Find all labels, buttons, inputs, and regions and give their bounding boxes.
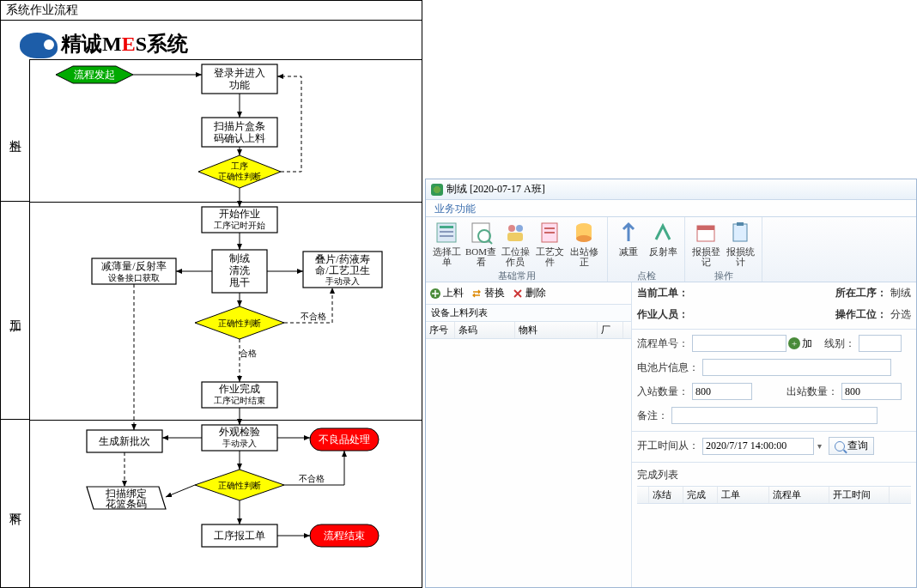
svg-text:工序报工单: 工序报工单 xyxy=(214,530,265,542)
out-qty-input[interactable] xyxy=(841,383,902,400)
station-value: 分选 xyxy=(890,307,911,322)
remark-input[interactable] xyxy=(671,407,878,424)
svg-rect-66 xyxy=(440,231,453,233)
group-label-basic: 基础常用 xyxy=(429,270,604,282)
btn-out-correct[interactable]: 出站修正 xyxy=(567,219,601,270)
order-icon xyxy=(434,221,458,245)
svg-text:登录并进入: 登录并进入 xyxy=(214,67,265,79)
list-title: 设备上料列表 xyxy=(426,305,631,322)
btn-weight[interactable]: 减重 xyxy=(611,219,646,270)
svg-text:制绒: 制绒 xyxy=(229,252,250,264)
svg-text:码确认上料: 码确认上料 xyxy=(214,132,265,144)
in-qty-label: 入站数量： xyxy=(637,385,689,399)
btn-loss-reg[interactable]: 报损登记 xyxy=(689,219,723,270)
doc-icon xyxy=(537,221,562,245)
svg-rect-75 xyxy=(544,227,555,229)
svg-rect-65 xyxy=(440,226,453,228)
svg-line-70 xyxy=(489,240,492,244)
add-button[interactable]: +加 xyxy=(788,336,812,351)
op-replace[interactable]: 替换 xyxy=(471,286,505,300)
op-load[interactable]: 上料 xyxy=(429,286,464,300)
svg-text:减薄量/反射率: 减薄量/反射率 xyxy=(101,260,166,272)
reflect-icon xyxy=(651,221,675,245)
btn-tech-doc[interactable]: 工艺文件 xyxy=(532,219,567,270)
flowchart-body: 流程发起 登录并进入 功能 扫描片盒条 码确认上料 工序 正确性判断 开始作业 … xyxy=(30,59,422,588)
svg-text:外观检验: 外观检验 xyxy=(219,426,260,438)
svg-text:功能: 功能 xyxy=(229,79,250,91)
svg-text:不合格: 不合格 xyxy=(301,312,326,321)
ribbon-tab[interactable]: 业务功能 xyxy=(426,200,916,217)
group-label-ops: 操作 xyxy=(689,270,758,282)
ops-bar: 上料 替换 删除 xyxy=(426,282,631,305)
chip-label: 电池片信息： xyxy=(637,361,699,375)
svg-line-60 xyxy=(166,485,195,497)
cur-proc-label: 所在工序： xyxy=(835,286,887,300)
flow-no-input[interactable] xyxy=(692,335,786,352)
search-icon xyxy=(835,441,845,452)
workarea: 上料 替换 删除 设备上料列表 序号 条码 物料 厂 当前工单： 所在工序： 制… xyxy=(426,282,916,587)
flowchart-panel: 系统作业流程 精诚MES系统 上料 加工 下料 流程发起 登录并进入 功能 扫描… xyxy=(0,0,422,588)
svg-point-79 xyxy=(576,235,592,242)
toolbar: 选择工单 BOM查看 工位操作员 工艺文件 出站修正 基础常用 减重 反射率 点… xyxy=(426,217,916,282)
svg-text:开始作业: 开始作业 xyxy=(219,208,260,220)
station-label: 操作工位： xyxy=(835,307,887,322)
svg-rect-76 xyxy=(544,232,555,233)
op-delete[interactable]: 删除 xyxy=(512,286,546,300)
app-icon xyxy=(431,184,443,196)
plus-circle-icon: + xyxy=(788,337,800,349)
svg-text:生成新批次: 生成新批次 xyxy=(99,435,150,447)
people-icon xyxy=(503,221,527,245)
start-time-input[interactable] xyxy=(702,438,814,455)
x-icon xyxy=(512,288,524,300)
in-qty-input[interactable] xyxy=(692,383,752,400)
done-list-label: 完成列表 xyxy=(637,468,908,482)
svg-text:不良品处理: 不良品处理 xyxy=(319,433,370,446)
btn-select-order[interactable]: 选择工单 xyxy=(429,219,464,270)
svg-text:手动录入: 手动录入 xyxy=(325,276,360,286)
grid-header: 冻结 完成 工单 流程单 开工时间 xyxy=(637,486,911,504)
titlebar: 制绒 [2020-07-17 A班] xyxy=(426,179,916,200)
cur-order-label: 当前工单： xyxy=(637,286,689,300)
btn-operator[interactable]: 工位操作员 xyxy=(498,219,532,270)
svg-text:扫描片盒条: 扫描片盒条 xyxy=(213,120,265,132)
btn-loss-stat[interactable]: 报损统计 xyxy=(723,219,757,270)
svg-text:工序: 工序 xyxy=(231,161,248,171)
btn-reflect[interactable]: 反射率 xyxy=(646,219,680,270)
svg-text:甩干: 甩干 xyxy=(229,276,250,288)
svg-rect-73 xyxy=(507,233,523,241)
svg-rect-83 xyxy=(737,222,744,226)
svg-text:作业完成: 作业完成 xyxy=(218,383,260,395)
svg-text:花篮条码: 花篮条码 xyxy=(106,498,147,510)
svg-text:正确性判断: 正确性判断 xyxy=(218,481,261,490)
flowchart-svg: 流程发起 登录并进入 功能 扫描片盒条 码确认上料 工序 正确性判断 开始作业 … xyxy=(30,59,422,588)
logo-icon xyxy=(20,33,58,58)
query-button[interactable]: 查询 xyxy=(829,437,874,455)
calendar-icon xyxy=(694,221,718,245)
svg-text:手动录入: 手动录入 xyxy=(222,439,257,448)
group-label-check: 点检 xyxy=(611,270,681,282)
svg-point-71 xyxy=(508,225,515,232)
left-pane: 上料 替换 删除 设备上料列表 序号 条码 物料 厂 xyxy=(426,282,632,587)
lane-column: 上料 加工 下料 xyxy=(1,59,30,588)
svg-text:流程结束: 流程结束 xyxy=(324,530,365,542)
window-title: 制绒 [2020-07-17 A班] xyxy=(446,182,545,197)
chip-input[interactable] xyxy=(702,359,891,376)
svg-text:工序记时开始: 工序记时开始 xyxy=(214,221,265,230)
svg-text:命/工艺卫生: 命/工艺卫生 xyxy=(315,264,369,276)
svg-text:设备接口获取: 设备接口获取 xyxy=(108,273,160,282)
svg-point-72 xyxy=(516,225,523,232)
svg-text:工序记时结束: 工序记时结束 xyxy=(214,396,265,405)
svg-text:流程发起: 流程发起 xyxy=(74,69,115,81)
svg-rect-68 xyxy=(472,223,489,242)
swap-icon xyxy=(471,288,483,300)
flowchart-title: 系统作业流程 xyxy=(1,1,422,21)
cur-proc-value: 制绒 xyxy=(890,286,911,300)
list-header: 序号 条码 物料 厂 xyxy=(426,322,631,339)
weight-icon xyxy=(616,221,641,245)
start-time-label: 开工时间从： xyxy=(637,439,699,453)
remark-label: 备注： xyxy=(637,409,668,423)
line-input[interactable] xyxy=(859,335,902,352)
svg-text:叠片/药液寿: 叠片/药液寿 xyxy=(315,253,369,265)
btn-bom[interactable]: BOM查看 xyxy=(464,219,498,270)
svg-text:不合格: 不合格 xyxy=(299,474,325,483)
